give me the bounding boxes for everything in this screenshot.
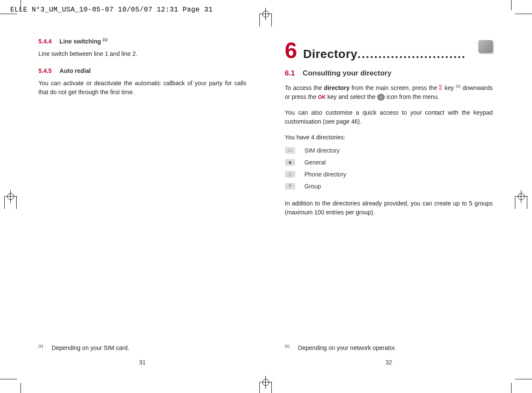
page-number: 32 (285, 359, 493, 366)
list-item: ▯ Phone directory (285, 171, 493, 178)
chapter-number: 6 (285, 38, 297, 63)
section-title: Line switching (1) (60, 38, 108, 45)
page-number: 31 (38, 359, 247, 366)
spread-content: 5.4.4 Line switching (1) Line switch bet… (38, 38, 493, 366)
list-item: ▭ SIM directory (285, 147, 493, 154)
text-run: from the main screen, press the (349, 84, 439, 91)
footnote-text: Depending on your network operator. (298, 344, 396, 351)
chapter-title: Directory.......................... (303, 47, 466, 61)
footnote-text: Depending on your SIM card. (52, 344, 129, 351)
footnote-ref: (1) (103, 38, 108, 42)
registration-target-icon (4, 190, 17, 203)
crop-mark (0, 14, 17, 14)
body-paragraph: In addition to the directories already p… (285, 199, 493, 217)
text-run: key and select the (326, 93, 377, 100)
section-heading: 6.1 Consulting your directory (285, 69, 493, 78)
page-right: 6 Directory.......................... 6.… (285, 38, 493, 366)
list-item-label: Group (305, 183, 321, 190)
ok-key-label: OK (318, 94, 326, 100)
section-number: 5.4.5 (38, 67, 52, 74)
crop-mark (511, 0, 512, 10)
text-bold: directory (324, 84, 349, 91)
body-paragraph: You can also customise a quick access to… (285, 108, 493, 126)
text-run: key (442, 84, 456, 91)
section-title: Auto redial (60, 67, 91, 74)
body-paragraph: To access the directory from the main sc… (285, 84, 493, 101)
general-directory-icon: ◆ (285, 159, 295, 166)
page-left: 5.4.4 Line switching (1) Line switch bet… (38, 38, 247, 366)
directory-list: ▭ SIM directory ◆ General ▯ Phone direct… (285, 147, 493, 195)
list-item: ◆ General (285, 159, 493, 166)
group-directory-icon: ⠿ (285, 183, 295, 190)
body-paragraph: You can activate or deactivate the autom… (38, 79, 247, 97)
prepress-slug: ELLE N°3_UM_USA_10-05-07 10/05/07 12:31 … (10, 6, 213, 14)
phone-directory-icon: ▯ (285, 171, 295, 178)
chapter-title-text: Directory (303, 47, 357, 61)
text-run: icon from the menu. (385, 93, 439, 100)
section-heading: 5.4.5 Auto redial (38, 67, 247, 75)
footnote-ref: (1) (456, 84, 461, 88)
sim-directory-icon: ▭ (285, 147, 295, 154)
text-run: To access the (285, 84, 324, 91)
body-paragraph: Line switch between line 1 and line 2. (38, 49, 247, 58)
footnote-marker: (1) (38, 344, 43, 348)
registration-target-icon (259, 376, 272, 389)
crop-mark (0, 379, 17, 379)
footnote-marker: (1) (285, 344, 290, 348)
list-item-label: SIM directory (305, 147, 340, 154)
footnote: (1) Depending on your network operator. (285, 344, 396, 351)
registration-target-icon (259, 8, 272, 20)
section-number: 5.4.4 (38, 38, 52, 45)
chapter-leader-dots: .......................... (358, 47, 466, 61)
list-item-label: General (305, 159, 326, 166)
crop-mark (515, 14, 532, 14)
menu-directory-icon (377, 94, 385, 101)
section-title: Consulting your directory (303, 69, 392, 77)
crop-mark (511, 383, 512, 393)
crop-mark (20, 383, 21, 393)
registration-target-icon (515, 190, 528, 203)
list-item: ⠿ Group (285, 183, 493, 190)
section-number: 6.1 (285, 69, 295, 77)
chapter-heading: 6 Directory.......................... (285, 38, 493, 63)
body-paragraph: You have 4 directories: (285, 133, 493, 142)
directory-icon (478, 40, 493, 53)
list-item-label: Phone directory (305, 171, 346, 178)
footnote: (1) Depending on your SIM card. (38, 344, 129, 351)
section-heading: 5.4.4 Line switching (1) (38, 38, 247, 45)
crop-mark (515, 379, 532, 379)
section-title-text: Line switching (60, 38, 101, 45)
